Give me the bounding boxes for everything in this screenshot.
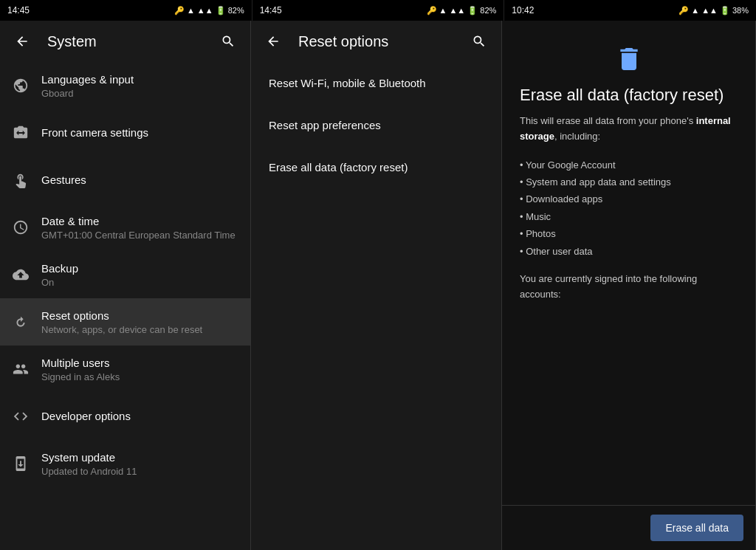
reset-options-list: Reset Wi-Fi, mobile & Bluetooth Reset ap… xyxy=(251,62,501,550)
languages-subtitle: Gboard xyxy=(41,88,238,99)
list-item: • Photos xyxy=(520,225,738,242)
panel-2-title: Reset options xyxy=(298,33,454,50)
icons-1: 🔑 ▲ ▲▲ 🔋 82% xyxy=(174,6,244,16)
settings-list: Languages & input Gboard Front camera se… xyxy=(0,62,250,550)
erase-detail-content: Erase all data (factory reset) This will… xyxy=(502,21,755,505)
erase-data-label: Erase all data (factory reset) xyxy=(269,161,484,173)
camera-title: Front camera settings xyxy=(41,126,238,140)
list-item: • Other user data xyxy=(520,243,738,260)
list-item: • Your Google Account xyxy=(520,157,738,173)
update-title: System update xyxy=(41,450,238,465)
list-item: • Downloaded apps xyxy=(520,190,738,207)
users-icon xyxy=(12,360,30,378)
panel-2-header: Reset options xyxy=(251,21,501,62)
list-item: • Music xyxy=(520,208,738,225)
datetime-subtitle: GMT+01:00 Central European Standard Time xyxy=(41,230,238,241)
back-button[interactable] xyxy=(9,28,35,55)
status-bar-1: 14:45 🔑 ▲ ▲▲ 🔋 82% xyxy=(0,0,252,21)
back-button-2[interactable] xyxy=(260,28,286,55)
settings-item-datetime[interactable]: Date & time GMT+01:00 Central European S… xyxy=(0,204,250,251)
settings-item-reset[interactable]: Reset options Network, apps, or device c… xyxy=(0,298,250,346)
reset-apps-label: Reset app preferences xyxy=(269,119,484,131)
status-bar-2: 14:45 🔑 ▲ ▲▲ 🔋 82% xyxy=(252,0,505,21)
gestures-title: Gestures xyxy=(41,173,238,188)
reset-apps-option[interactable]: Reset app preferences xyxy=(251,104,501,146)
time-1: 14:45 xyxy=(7,5,30,16)
erase-all-data-button[interactable]: Erase all data xyxy=(650,515,743,541)
panel-erase: Erase all data (factory reset) This will… xyxy=(502,21,756,550)
users-subtitle: Signed in as Aleks xyxy=(41,371,238,382)
erase-data-option[interactable]: Erase all data (factory reset) xyxy=(251,146,501,188)
settings-item-gestures[interactable]: Gestures xyxy=(0,157,250,204)
update-icon xyxy=(12,455,30,472)
datetime-title: Date & time xyxy=(41,214,238,229)
reset-icon xyxy=(12,313,30,331)
developer-icon xyxy=(12,408,30,425)
status-bars: 14:45 🔑 ▲ ▲▲ 🔋 82% 14:45 🔑 ▲ ▲▲ 🔋 82% 10… xyxy=(0,0,756,21)
clock-icon xyxy=(12,219,30,236)
panel-system: System Languages & input Gboard xyxy=(0,21,251,550)
erase-description: This will erase all data from your phone… xyxy=(520,114,738,145)
list-item: • System and app data and settings xyxy=(520,173,738,190)
backup-subtitle: On xyxy=(41,277,238,288)
backup-icon xyxy=(12,266,30,283)
time-3: 10:42 xyxy=(512,5,534,16)
update-subtitle: Updated to Android 11 xyxy=(41,466,238,477)
reset-wifi-option[interactable]: Reset Wi-Fi, mobile & Bluetooth xyxy=(251,62,501,104)
search-button-1[interactable] xyxy=(215,28,241,55)
trash-icon xyxy=(614,44,644,74)
settings-item-users[interactable]: Multiple users Signed in as Aleks xyxy=(0,346,250,393)
search-button-2[interactable] xyxy=(466,28,492,55)
icons-3: 🔑 ▲ ▲▲ 🔋 38% xyxy=(678,6,749,16)
reset-wifi-label: Reset Wi-Fi, mobile & Bluetooth xyxy=(269,77,484,89)
languages-title: Languages & input xyxy=(41,72,238,87)
settings-item-developer[interactable]: Developer options xyxy=(0,393,250,440)
settings-item-update[interactable]: System update Updated to Android 11 xyxy=(0,440,250,487)
panel-reset: Reset options Reset Wi-Fi, mobile & Blue… xyxy=(251,21,502,550)
panels: System Languages & input Gboard xyxy=(0,21,756,550)
status-bar-3: 10:42 🔑 ▲ ▲▲ 🔋 38% xyxy=(504,0,756,21)
time-2: 14:45 xyxy=(260,5,282,16)
settings-item-backup[interactable]: Backup On xyxy=(0,251,250,298)
users-title: Multiple users xyxy=(41,356,238,371)
erase-list: • Your Google Account • System and app d… xyxy=(520,157,738,260)
reset-title: Reset options xyxy=(41,309,238,323)
erase-footer: Erase all data xyxy=(502,505,755,550)
panel-1-title: System xyxy=(47,33,203,50)
trash-icon-container xyxy=(520,32,738,86)
icons-2: 🔑 ▲ ▲▲ 🔋 82% xyxy=(427,6,497,16)
settings-item-languages[interactable]: Languages & input Gboard xyxy=(0,62,250,109)
developer-title: Developer options xyxy=(41,409,238,424)
globe-icon xyxy=(12,77,30,94)
gestures-icon xyxy=(12,171,30,189)
camera-icon xyxy=(12,124,30,142)
erase-title: Erase all data (factory reset) xyxy=(520,86,738,105)
backup-title: Backup xyxy=(41,261,238,276)
settings-item-camera[interactable]: Front camera settings xyxy=(0,109,250,157)
panel-1-header: System xyxy=(0,21,250,62)
reset-subtitle: Network, apps, or device can be reset xyxy=(41,324,238,335)
accounts-label: You are currently signed into the follow… xyxy=(520,272,738,303)
